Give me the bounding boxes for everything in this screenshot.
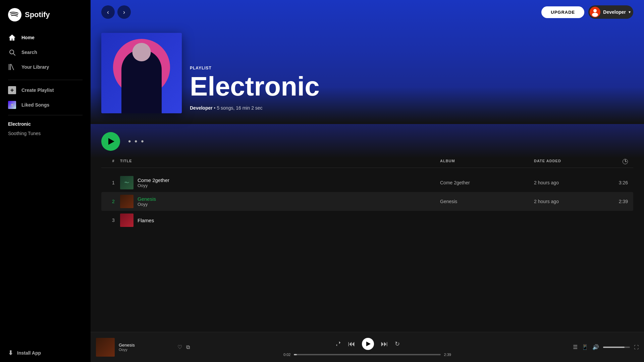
library-icon	[8, 63, 16, 71]
now-playing-actions: ♡ ⧉	[177, 344, 190, 350]
sidebar-item-soothing-tunes[interactable]: Soothing Tunes	[0, 129, 91, 138]
now-playing-info: Genesis Ooyy	[119, 343, 173, 352]
play-all-button[interactable]	[101, 132, 120, 151]
control-buttons: ⏮ ⏭ ↻	[335, 338, 400, 350]
playlist-divider	[8, 115, 83, 115]
user-avatar	[590, 7, 600, 17]
sidebar-library-label: Your Library	[21, 64, 49, 70]
track-list-header: # TITLE ALBUM DATE ADDED	[101, 159, 633, 168]
col-header-date-added: DATE ADDED	[534, 159, 601, 165]
picture-in-picture-button[interactable]: ⧉	[186, 344, 190, 350]
right-controls: ☰ 📱 🔊 ⛶	[545, 344, 639, 350]
total-time: 2:39	[444, 353, 451, 357]
current-time: 0:02	[283, 353, 290, 357]
col-header-num: #	[107, 159, 120, 165]
upgrade-button[interactable]: UPGRADE	[541, 6, 584, 18]
progress-bar[interactable]	[294, 354, 440, 355]
scroll-container[interactable]: PLAYLIST Electronic Developer • 5 songs,…	[91, 0, 644, 332]
heart-gradient-icon: ♥	[8, 101, 16, 109]
create-playlist-button[interactable]: + Create Playlist	[0, 83, 91, 98]
now-playing: Genesis Ooyy ♡ ⧉	[96, 338, 190, 357]
col-header-title: TITLE	[120, 159, 440, 165]
fullscreen-button[interactable]: ⛶	[634, 345, 639, 350]
liked-songs-label: Liked Songs	[21, 102, 49, 108]
track-name: Flames	[138, 218, 154, 223]
volume-fill	[603, 347, 625, 348]
playlist-type-label: PLAYLIST	[190, 66, 633, 70]
like-button[interactable]: ♡	[177, 344, 182, 350]
play-pause-button[interactable]	[362, 338, 374, 350]
sidebar-item-home[interactable]: Home	[0, 30, 91, 45]
track-album: Genesis	[440, 199, 534, 204]
svg-point-1	[593, 9, 597, 12]
table-row[interactable]: 2 Genesis Ooyy Genesis 2 hours ago 2:39	[101, 192, 633, 211]
track-date-added: 2 hours ago	[534, 180, 601, 185]
table-row[interactable]: 3 Flames	[101, 211, 633, 230]
svg-point-2	[592, 13, 598, 17]
back-button[interactable]: ‹	[101, 5, 115, 19]
repeat-button[interactable]: ↻	[395, 340, 400, 348]
previous-button[interactable]: ⏮	[348, 340, 355, 348]
volume-bar[interactable]	[603, 347, 630, 348]
playlist-info: PLAYLIST Electronic Developer • 5 songs,…	[190, 66, 633, 113]
download-icon: ⬇	[8, 349, 13, 357]
playlist-cover-art	[101, 33, 182, 113]
track-artist: Ooyy	[138, 202, 156, 207]
user-name: Developer	[603, 9, 626, 15]
player-bar: Genesis Ooyy ♡ ⧉ ⏮	[91, 332, 644, 362]
spotify-logo-icon	[8, 8, 21, 21]
sidebar-item-electronic[interactable]: Electronic	[0, 119, 91, 129]
track-thumbnail	[120, 195, 133, 208]
track-name: Genesis	[138, 196, 156, 202]
nav-divider	[8, 80, 83, 80]
table-row[interactable]: 1 〜 Come 2gether Ooyy Come 2gether 2 hou…	[101, 173, 633, 192]
more-options-button[interactable]: • • •	[128, 137, 145, 146]
track-artist: Ooyy	[138, 183, 169, 188]
track-title-cell: Genesis Ooyy	[120, 195, 440, 208]
main-content: ‹ › UPGRADE Developer ▾	[91, 0, 644, 362]
playlist-details: • 5 songs, 16 min 2 sec	[214, 105, 263, 111]
user-menu-button[interactable]: Developer ▾	[588, 5, 633, 19]
forward-button[interactable]: ›	[117, 5, 131, 19]
track-date-added: 2 hours ago	[534, 199, 601, 204]
track-number: 1	[107, 180, 120, 185]
volume-button[interactable]: 🔊	[592, 344, 599, 350]
action-bar: • • •	[101, 132, 633, 151]
now-playing-thumbnail	[96, 338, 115, 357]
track-title-cell: Flames	[120, 214, 440, 227]
liked-songs-button[interactable]: ♥ Liked Songs	[0, 98, 91, 112]
top-bar-right: UPGRADE Developer ▾	[541, 5, 633, 19]
app-title: Spotify	[25, 10, 50, 19]
next-button[interactable]: ⏭	[381, 340, 388, 348]
playlist-title: Electronic	[190, 73, 633, 100]
sidebar-home-label: Home	[21, 35, 35, 40]
clock-icon	[623, 159, 628, 164]
now-playing-artist: Ooyy	[119, 348, 173, 352]
sidebar-search-label: Search	[21, 50, 37, 55]
playlist-owner: Developer	[190, 105, 213, 111]
sidebar-item-library[interactable]: Your Library	[0, 60, 91, 74]
devices-button[interactable]: 📱	[582, 344, 588, 350]
col-header-album: ALBUM	[440, 159, 534, 165]
sidebar: Spotify Home Search	[0, 0, 91, 362]
home-icon	[8, 34, 16, 42]
install-app-button[interactable]: ⬇ Install App	[8, 349, 83, 357]
search-icon	[8, 48, 16, 56]
install-app-label: Install App	[17, 350, 41, 356]
dropdown-arrow-icon: ▾	[629, 10, 631, 14]
track-name: Come 2gether	[138, 177, 169, 183]
sidebar-item-search[interactable]: Search	[0, 45, 91, 60]
track-info: Come 2gether Ooyy	[138, 177, 169, 188]
create-playlist-label: Create Playlist	[21, 87, 54, 93]
col-header-duration	[601, 159, 628, 165]
player-controls: ⏮ ⏭ ↻ 0:02 2:39	[195, 338, 539, 357]
shuffle-button[interactable]	[335, 341, 341, 347]
playlist-meta: Developer • 5 songs, 16 min 2 sec	[190, 105, 633, 111]
shuffle-icon	[335, 341, 341, 347]
queue-button[interactable]: ☰	[573, 344, 578, 350]
track-number: 2	[107, 199, 120, 204]
play-icon	[366, 342, 371, 346]
logo[interactable]: Spotify	[0, 0, 91, 27]
track-number: 3	[107, 218, 120, 223]
svg-point-0	[8, 8, 21, 21]
